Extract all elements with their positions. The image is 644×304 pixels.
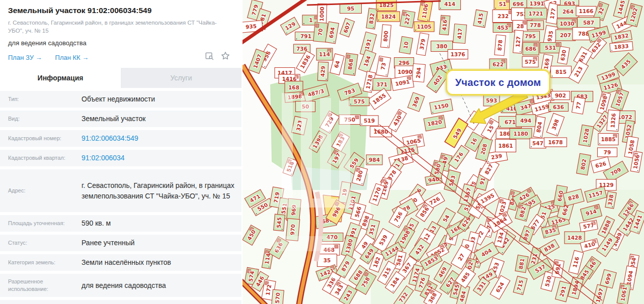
document-search-icon[interactable] [204,51,214,61]
map-parcel-414[interactable]: 414 [439,0,461,10]
map-parcel-95[interactable]: 95 [340,4,362,14]
parcel-number-label: 95 [347,6,355,12]
parcel-number-label: 935 [246,23,257,30]
map-parcel-371[interactable]: 371 [373,78,391,90]
parcel-number-label: 1678 [548,139,562,145]
map-parcel-494[interactable]: 494 [516,115,536,127]
info-panel: Земельный участок 91:02:006034:549 г. Се… [0,0,242,304]
parcel-number-label: 207 [560,32,571,38]
parcel-number-label: 1180 [513,131,528,137]
map-parcel-1678[interactable]: 1678 [544,138,567,147]
map-parcel-417[interactable]: 417 [453,24,466,44]
map-parcel-1428[interactable]: 1428 [565,232,585,244]
row-value[interactable]: 91:02:006034 [82,153,242,163]
building-footprint [315,24,319,27]
parcel-number-label: 371 [376,81,387,87]
row-value[interactable]: 91:02:006034:549 [82,133,242,144]
map-parcel-227[interactable]: 227 [400,10,415,28]
map-parcel-519[interactable]: 519 [360,116,378,126]
parcel-number-label: 51 [499,1,507,7]
map-parcel-778[interactable]: 778 [527,21,544,30]
map-parcel-587[interactable]: 587 [578,18,600,28]
parcel-number-label: 519 [364,118,375,124]
parcel-number-label: 417 [456,28,463,40]
parcel-number-label: 1000 [318,7,325,22]
parcel-number-label: 671 [505,119,516,125]
info-row: Площадь уточненная:590 кв. м [0,215,242,232]
map-parcel-232[interactable]: 232 [493,10,514,23]
parcel-number-label: 28 [517,23,524,29]
parcel-number-label: 1 [309,17,312,23]
map-parcel-795[interactable]: 795 [521,31,540,41]
map-parcel-636[interactable]: 636 [549,103,569,112]
map-parcel-79[interactable]: 79 [598,148,617,157]
map-parcel-800[interactable]: 800 [381,25,391,48]
parcel-number-label: 114 [319,51,330,57]
map-parcel-264[interactable]: 264 [557,6,579,18]
map-parcel-815[interactable]: 815 [551,66,572,78]
tab-services[interactable]: Услуги [121,68,242,88]
map-parcel-294[interactable]: 294 [412,64,426,82]
map-parcel-575[interactable]: 575 [522,57,538,67]
parcel-number-label: 575 [525,59,536,65]
map-parcel-984[interactable]: 984 [366,155,382,165]
map-parcel-1000[interactable]: 1000 [317,4,327,25]
map-parcel-545[interactable]: 545 [274,214,285,231]
map-parcel-1825[interactable]: 1825 [376,0,396,11]
parcel-number-label: 1428 [567,235,582,241]
star-icon[interactable] [220,51,230,61]
map-parcel-70[interactable]: 70 [313,22,328,42]
parcel-number-label: 587 [583,20,594,26]
parcel-number-label: 294 [415,67,422,79]
map-parcel-547[interactable]: 547 [530,138,546,148]
cadastral-map[interactable]: 7797819351297911100070694956078321919561… [243,0,644,304]
map-parcel-1721[interactable]: 1721 [525,8,547,19]
map-parcel-1105[interactable]: 1105 [414,22,434,32]
map-parcel-531[interactable]: 531 [540,43,561,53]
map-parcel-1326[interactable]: 1326 [607,110,620,132]
map-parcel-415[interactable]: 415 [473,10,488,28]
parcel-number-label: 264 [562,9,574,15]
map-parcel-1030[interactable]: 1030 [557,19,577,29]
plan-zu-link[interactable]: План ЗУ → [8,54,42,61]
object-usage-text: для ведения садоводства [8,39,233,47]
parcel-number-label: 380 [436,43,447,49]
page-title: Земельный участок 91:02:006034:549 [8,6,233,15]
row-label: Площадь уточненная: [0,220,82,227]
map-parcel-686[interactable]: 686 [523,43,539,55]
parcel-number-label: 800 [382,31,389,42]
map-parcel-127[interactable]: 127 [513,30,524,53]
map-parcel-35[interactable]: 35 [317,254,337,267]
parcel-number-label: 593 [486,97,497,104]
map-parcel-429[interactable]: 429 [317,62,328,81]
map-parcel-1376[interactable]: 1376 [448,50,468,59]
map-parcel-902[interactable]: 902 [551,91,570,100]
map-parcel-77[interactable]: 77 [572,97,585,114]
map-parcel-1885[interactable]: 1885 [598,134,618,145]
tab-information[interactable]: Информация [0,68,121,88]
map-parcel-114[interactable]: 114 [316,48,333,60]
map-parcel-453[interactable]: 453 [493,23,512,33]
map-parcel-1166[interactable]: 1166 [576,7,596,16]
map-parcel-10[interactable]: 10 [399,36,413,54]
row-label: Кадастровый квартал: [0,154,82,162]
parcel-number-label: 1885 [601,136,615,142]
map-parcel-1180[interactable]: 1180 [510,129,532,139]
parcel-number-label: 547 [532,140,543,146]
map-parcel-1861[interactable]: 1861 [496,140,516,152]
map-parcel-51[interactable]: 51 [494,0,511,10]
map-parcel-878[interactable]: 878 [495,35,506,56]
map-parcel-570[interactable]: 570 [272,289,284,304]
info-row: Кадастровый квартал:91:02:006034 [0,150,242,166]
map-parcel-1824[interactable]: 1824 [377,12,400,22]
parcel-number-label: 453 [497,25,508,31]
parcel-number-label: 636 [553,104,564,110]
parcel-number-label: 878 [497,40,504,51]
map-parcel-622[interactable]: 622 [490,59,507,70]
map-parcel-1833[interactable]: 1833 [610,42,633,52]
parcel-number-label: 414 [444,1,455,7]
plan-kk-link[interactable]: План КК → [55,54,89,61]
row-label: Разрешенное использование: [0,278,82,293]
map-parcel-575[interactable]: 575 [349,97,369,106]
map-parcel-416[interactable]: 416 [439,15,450,35]
